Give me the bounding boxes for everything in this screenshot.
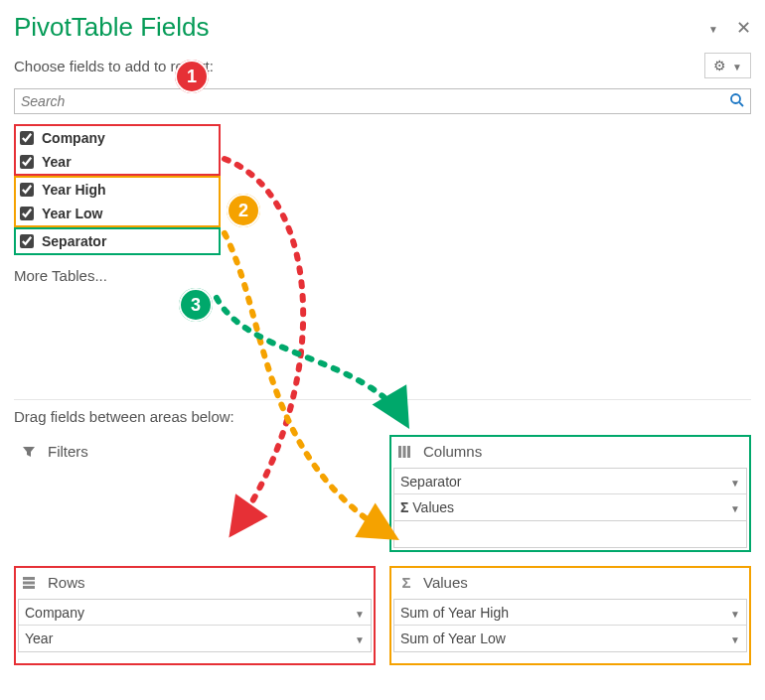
field-row[interactable]: Separator bbox=[16, 229, 219, 253]
drop-row-label: Company bbox=[25, 605, 84, 621]
field-label: Year bbox=[42, 154, 72, 170]
drop-row[interactable]: Sum of Year High bbox=[394, 600, 746, 626]
svg-rect-2 bbox=[398, 446, 401, 458]
field-checkbox[interactable] bbox=[20, 183, 34, 197]
chevron-down-icon[interactable] bbox=[355, 630, 365, 646]
chevron-down-icon bbox=[732, 58, 742, 73]
drop-row[interactable]: Sum of Year Low bbox=[394, 626, 746, 651]
drop-row-label: Year bbox=[25, 630, 53, 646]
svg-rect-3 bbox=[403, 446, 406, 458]
badge-3: 3 bbox=[179, 288, 213, 322]
area-filters[interactable]: Filters bbox=[14, 435, 376, 552]
field-checkbox[interactable] bbox=[20, 207, 34, 220]
field-checkbox[interactable] bbox=[20, 234, 34, 248]
search-icon[interactable] bbox=[729, 92, 745, 112]
area-rows[interactable]: Rows CompanyYear bbox=[14, 566, 376, 665]
field-label: Separator bbox=[42, 233, 106, 249]
dropdown-icon[interactable] bbox=[708, 20, 718, 36]
subtitle-text: Choose fields to add to report: bbox=[14, 58, 704, 74]
area-columns[interactable]: Columns Separator Values bbox=[389, 435, 751, 552]
svg-point-0 bbox=[731, 94, 740, 103]
columns-icon bbox=[397, 445, 415, 459]
svg-rect-6 bbox=[23, 581, 35, 584]
drag-instruction: Drag fields between areas below: bbox=[14, 399, 751, 425]
field-row[interactable]: Year Low bbox=[16, 202, 219, 225]
rows-icon bbox=[22, 576, 40, 590]
fields-list: CompanyYearYear HighYear LowSeparator bbox=[14, 124, 221, 255]
field-label: Year Low bbox=[42, 206, 102, 221]
search-input[interactable] bbox=[14, 88, 751, 114]
field-row[interactable]: Company bbox=[16, 126, 219, 150]
drop-row[interactable]: Company bbox=[19, 600, 371, 626]
values-label: Values bbox=[423, 574, 468, 591]
gear-icon: ⚙ bbox=[713, 58, 726, 73]
svg-rect-7 bbox=[23, 586, 35, 589]
panel-title: PivotTable Fields bbox=[14, 12, 708, 43]
chevron-down-icon[interactable] bbox=[730, 474, 740, 490]
more-tables-link[interactable]: More Tables... bbox=[14, 267, 751, 284]
filters-label: Filters bbox=[48, 443, 88, 460]
field-group: CompanyYear bbox=[14, 124, 221, 176]
close-icon[interactable]: ✕ bbox=[736, 17, 751, 39]
drop-row[interactable]: Separator bbox=[394, 469, 746, 494]
sigma-icon bbox=[397, 574, 415, 591]
area-values[interactable]: Values Sum of Year HighSum of Year Low bbox=[389, 566, 751, 665]
chevron-down-icon[interactable] bbox=[730, 630, 740, 646]
drop-row[interactable]: Year bbox=[19, 626, 371, 651]
field-row[interactable]: Year bbox=[16, 150, 219, 174]
drop-row-label: Values bbox=[400, 499, 454, 515]
badge-1: 1 bbox=[175, 60, 209, 93]
drop-row[interactable]: Values bbox=[394, 494, 746, 520]
tools-button[interactable]: ⚙ bbox=[704, 53, 751, 78]
field-label: Company bbox=[42, 130, 105, 146]
field-checkbox[interactable] bbox=[20, 155, 34, 169]
rows-label: Rows bbox=[48, 574, 85, 591]
chevron-down-icon[interactable] bbox=[730, 605, 740, 621]
chevron-down-icon[interactable] bbox=[355, 605, 365, 621]
columns-label: Columns bbox=[423, 443, 482, 460]
field-group: Year HighYear Low bbox=[14, 176, 221, 227]
field-checkbox[interactable] bbox=[20, 131, 34, 145]
drop-row-label: Sum of Year High bbox=[400, 605, 509, 621]
badge-2: 2 bbox=[227, 194, 260, 227]
drop-row-label: Sum of Year Low bbox=[400, 630, 506, 646]
svg-rect-4 bbox=[407, 446, 410, 458]
filter-icon bbox=[22, 445, 40, 459]
drop-row-label: Separator bbox=[400, 474, 461, 490]
chevron-down-icon[interactable] bbox=[730, 499, 740, 515]
sigma-icon bbox=[400, 499, 408, 515]
svg-line-1 bbox=[739, 102, 743, 106]
field-row[interactable]: Year High bbox=[16, 178, 219, 202]
field-group: Separator bbox=[14, 227, 221, 255]
svg-rect-5 bbox=[23, 577, 35, 580]
field-label: Year High bbox=[42, 182, 106, 198]
